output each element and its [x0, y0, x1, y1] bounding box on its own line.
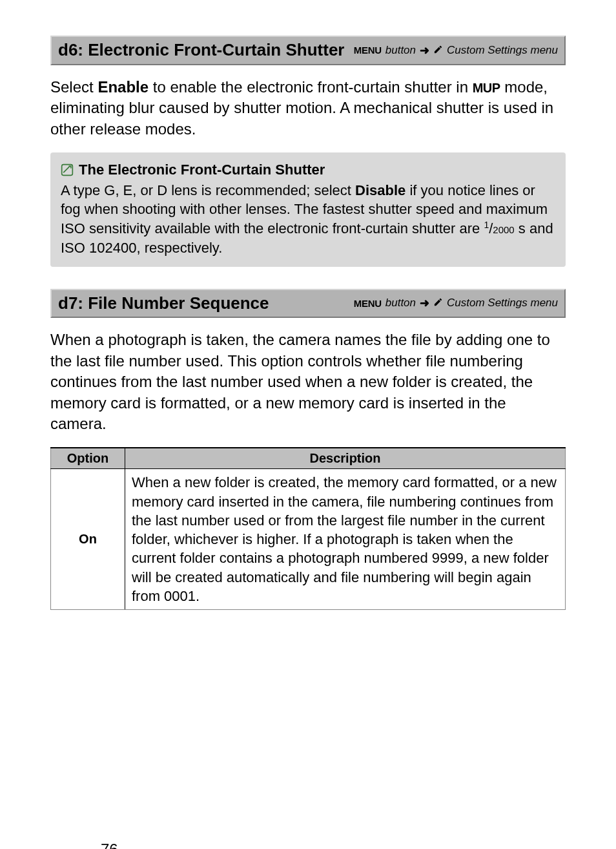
options-table: Option Description On When a new folder … [50, 447, 566, 610]
breadcrumb: MENU button ➜ Custom Settings menu [354, 296, 558, 310]
button-text: button [385, 44, 416, 57]
header-option: Option [51, 448, 125, 469]
breadcrumb: MENU button ➜ Custom Settings menu [354, 43, 558, 58]
note-text: A type G, E, or D lens is recommended; s… [61, 182, 355, 198]
section-header-d7: d7: File Number Sequence MENU button ➜ C… [50, 289, 566, 319]
menu-label: MENU [354, 298, 382, 309]
fraction-denominator: 2000 [493, 224, 514, 235]
pencil-icon [433, 297, 443, 309]
section-header-d6: d6: Electronic Front-Curtain Shutter MEN… [50, 36, 566, 65]
bold-disable: Disable [355, 182, 406, 198]
menu-name: Custom Settings menu [447, 297, 558, 309]
fraction-numerator: 1 [484, 220, 489, 230]
page-number: 76 [101, 841, 118, 849]
button-text: button [385, 297, 416, 309]
arrow-icon: ➜ [420, 296, 429, 310]
section-title: d7: File Number Sequence [58, 294, 269, 313]
menu-name: Custom Settings menu [447, 44, 558, 57]
table-header-row: Option Description [51, 448, 566, 469]
note-icon [61, 163, 74, 176]
text: Select [50, 78, 98, 96]
description-cell: When a new folder is created, the memory… [125, 469, 566, 610]
arrow-icon: ➜ [420, 43, 429, 58]
section-body-d7: When a photograph is taken, the camera n… [50, 330, 566, 434]
option-cell: On [51, 469, 125, 610]
note-title-row: The Electronic Front-Curtain Shutter [61, 160, 555, 180]
mup-label: MUP [473, 81, 500, 95]
menu-label: MENU [354, 45, 382, 56]
section-body-d6: Select Enable to enable the electronic f… [50, 77, 566, 140]
pencil-icon [433, 45, 443, 56]
table-row: On When a new folder is created, the mem… [51, 469, 566, 610]
note-box: The Electronic Front-Curtain Shutter A t… [50, 152, 566, 266]
bold-enable: Enable [98, 78, 149, 96]
note-title: The Electronic Front-Curtain Shutter [79, 160, 325, 180]
header-description: Description [125, 448, 566, 469]
text: to enable the electronic front-curtain s… [149, 78, 473, 96]
section-title: d6: Electronic Front-Curtain Shutter [58, 41, 344, 60]
